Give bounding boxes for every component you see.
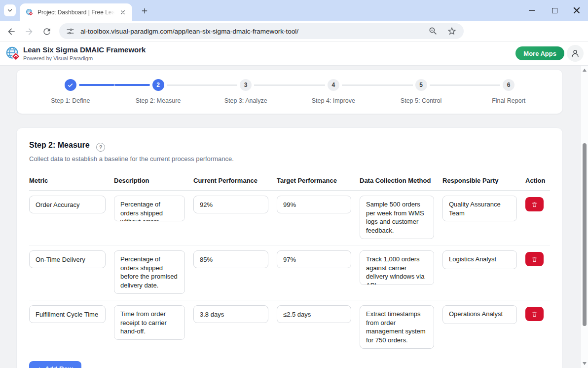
- column-header-target-performance: Target Performance: [277, 177, 360, 184]
- stepper-connector: [465, 84, 500, 86]
- add-row-button[interactable]: + Add Row: [29, 361, 81, 368]
- stepper-connector: [202, 84, 237, 86]
- table-header-row: Metric Description Current Performance T…: [29, 177, 550, 191]
- column-header-metric: Metric: [29, 177, 114, 184]
- back-button[interactable]: [6, 27, 16, 37]
- window-close-button[interactable]: [569, 3, 584, 18]
- user-account-button[interactable]: [567, 45, 584, 62]
- scrollbar-thumb[interactable]: [583, 143, 587, 326]
- data-collection-input[interactable]: [360, 305, 434, 349]
- responsible-party-input[interactable]: [442, 196, 517, 221]
- description-input[interactable]: [114, 196, 185, 221]
- stepper-connector: [342, 84, 377, 86]
- stepper-step-define[interactable]: Step 1: Define: [27, 70, 114, 114]
- step-3-circle: 3: [240, 79, 252, 91]
- add-row-label: Add Row: [45, 365, 73, 368]
- stepper-connector: [290, 84, 325, 86]
- target-performance-input[interactable]: [277, 250, 351, 268]
- window-maximize-button[interactable]: [547, 3, 562, 18]
- stepper-step-analyze[interactable]: 3 Step 3: Analyze: [202, 70, 290, 114]
- maximize-icon: [552, 8, 557, 13]
- plus-icon: [141, 7, 148, 14]
- close-icon: [120, 10, 125, 15]
- tab-close-button[interactable]: [118, 8, 127, 17]
- trash-icon: [531, 256, 538, 263]
- description-input[interactable]: [114, 305, 185, 340]
- page-content: Step 1: Define 2 Step 2: Measure 3 Step …: [0, 66, 588, 368]
- table-row: [29, 191, 550, 245]
- trash-icon: [531, 201, 538, 208]
- stepper-connector: [167, 84, 202, 86]
- step-5-circle: 5: [415, 79, 427, 91]
- step-3-label: Step 3: Analyze: [202, 97, 290, 104]
- stepper-step-final-report[interactable]: 6 Final Report: [465, 70, 552, 114]
- delete-row-button[interactable]: [525, 252, 544, 266]
- help-icon[interactable]: ?: [96, 143, 105, 152]
- section-subtitle: Collect data to establish a baseline for…: [29, 155, 550, 163]
- current-performance-input[interactable]: [193, 305, 268, 323]
- reload-button[interactable]: [42, 27, 52, 37]
- column-header-action: Action: [525, 177, 550, 184]
- scroll-up-arrow-icon[interactable]: [583, 69, 587, 72]
- browser-titlebar: Project Dashboard | Free Lean S: [0, 0, 588, 21]
- visual-paradigm-logo: [5, 46, 21, 62]
- visual-paradigm-link[interactable]: Visual Paradigm: [53, 55, 93, 61]
- metric-input[interactable]: [29, 250, 106, 268]
- zoom-out-icon[interactable]: [428, 26, 438, 36]
- dmaic-stepper: Step 1: Define 2 Step 2: Measure 3 Step …: [16, 69, 563, 114]
- step-4-label: Step 4: Improve: [290, 97, 377, 104]
- column-header-data-collection-method: Data Collection Method: [360, 177, 442, 184]
- delete-row-button[interactable]: [525, 307, 544, 321]
- metric-input[interactable]: [29, 305, 106, 323]
- target-performance-input[interactable]: [277, 196, 351, 213]
- stepper-step-improve[interactable]: 4 Step 4: Improve: [290, 70, 377, 114]
- forward-button[interactable]: [24, 27, 34, 37]
- stepper-step-measure[interactable]: 2 Step 2: Measure: [114, 70, 202, 114]
- column-header-description: Description: [114, 177, 193, 184]
- description-input[interactable]: [114, 250, 185, 294]
- page-title: Lean Six Sigma DMAIC Framework: [23, 45, 146, 54]
- current-performance-input[interactable]: [193, 196, 268, 213]
- column-header-current-performance: Current Performance: [193, 177, 277, 184]
- page-scrollbar[interactable]: [581, 66, 588, 368]
- scroll-down-arrow-icon[interactable]: [583, 362, 587, 365]
- measure-card: Step 2: Measure ? Collect data to establ…: [16, 127, 563, 368]
- stepper-step-control[interactable]: 5 Step 5: Control: [377, 70, 465, 114]
- step-4-circle: 4: [328, 79, 339, 91]
- trash-icon: [531, 311, 538, 318]
- data-collection-input[interactable]: [360, 250, 434, 285]
- responsible-party-input[interactable]: [442, 250, 517, 269]
- url-text: ai-toolbox.visual-paradigm.com/app/lean-…: [80, 28, 419, 35]
- person-icon: [570, 48, 580, 58]
- step-2-circle: 2: [152, 79, 164, 91]
- section-title: Step 2: Measure: [29, 141, 90, 150]
- bookmark-star-icon[interactable]: [447, 26, 457, 36]
- new-tab-button[interactable]: [139, 5, 150, 16]
- step-1-label: Step 1: Define: [27, 97, 114, 104]
- current-performance-input[interactable]: [193, 250, 268, 268]
- url-bar[interactable]: ai-toolbox.visual-paradigm.com/app/lean-…: [59, 23, 464, 39]
- plus-icon: +: [37, 365, 41, 368]
- stepper-connector: [114, 84, 150, 86]
- window-minimize-button[interactable]: [524, 3, 539, 18]
- favicon-visual-paradigm: [26, 8, 34, 16]
- tab-search-button[interactable]: [4, 4, 16, 16]
- minimize-icon: [529, 10, 535, 11]
- column-header-responsible-party: Responsible Party: [442, 177, 525, 184]
- tab-title: Project Dashboard | Free Lean S: [37, 9, 114, 16]
- app-header: Lean Six Sigma DMAIC Framework Powered b…: [0, 41, 588, 66]
- stepper-connector: [430, 84, 465, 86]
- step-6-label: Final Report: [465, 97, 552, 104]
- responsible-party-input[interactable]: [442, 305, 517, 324]
- browser-tab[interactable]: Project Dashboard | Free Lean S: [20, 3, 132, 21]
- more-apps-button[interactable]: More Apps: [515, 46, 564, 60]
- delete-row-button[interactable]: [525, 197, 544, 211]
- site-settings-icon: [66, 27, 74, 36]
- table-row: [29, 245, 550, 300]
- metric-input[interactable]: [29, 196, 106, 213]
- target-performance-input[interactable]: [277, 305, 351, 323]
- table-row: [29, 300, 550, 355]
- stepper-connector: [377, 84, 413, 86]
- data-collection-input[interactable]: [360, 196, 434, 239]
- step-5-label: Step 5: Control: [377, 97, 465, 104]
